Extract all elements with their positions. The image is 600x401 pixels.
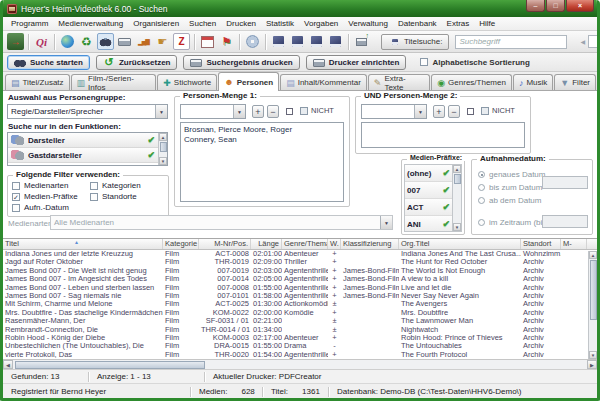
title-bar[interactable]: Heyer's Heim-Videothek 6.00 - Suchen –□× <box>3 0 597 17</box>
flag-icon[interactable]: ⚑ <box>218 33 235 50</box>
column-header[interactable]: Org.Titel <box>399 239 521 249</box>
table-row[interactable]: Indiana Jones und der letzte KreuzzugFil… <box>3 250 597 258</box>
column-header[interactable]: Klassifizierung <box>341 239 399 249</box>
funktion-item[interactable]: Darsteller✔ <box>8 133 158 148</box>
datum-field-1[interactable] <box>542 176 588 189</box>
z-document-icon[interactable]: Z <box>173 33 190 50</box>
chevron-down-icon[interactable]: ▼ <box>155 105 167 118</box>
radio-genaues-datum[interactable]: genaues Datum <box>478 170 545 179</box>
scroll-thumb[interactable] <box>15 361 205 369</box>
medienarten-select[interactable]: Alle Medienarten ▼ <box>50 215 393 230</box>
table-row[interactable]: vierte Protokoll, DasFilmTHR-002001:54:0… <box>3 351 597 359</box>
datum-field-2[interactable] <box>542 215 588 228</box>
column-header[interactable]: Standort <box>521 239 561 249</box>
scroll-down-icon[interactable]: ▼ <box>159 157 167 165</box>
disk-box-icon[interactable] <box>289 33 306 50</box>
hand-document-icon[interactable]: ☛ <box>154 33 171 50</box>
table-row[interactable]: Rembrandt-Connection, DieFilmTHR-0014 / … <box>3 326 597 334</box>
column-header[interactable]: M- <box>561 239 587 249</box>
table-row[interactable]: Robin Hood - König der DiebeFilmKOM-0003… <box>3 334 597 342</box>
filter-checkbox-medienarten[interactable]: Medienarten <box>12 180 90 191</box>
table-vscrollbar[interactable]: ▲ ▼ <box>588 251 597 359</box>
binoculars-icon[interactable] <box>97 33 114 50</box>
maximize-button[interactable]: □ <box>546 0 565 12</box>
praefix-item[interactable]: 007✔ <box>405 182 452 199</box>
tab-inhalt-kommentar[interactable]: ▤Inhalt/Kommentar <box>280 74 367 90</box>
menge2-nicht-checkbox[interactable]: NICHT <box>481 106 515 115</box>
titelsuche-button[interactable]: Titelsuche: <box>381 34 449 50</box>
printer-export-icon[interactable] <box>353 33 370 50</box>
nav-page-box[interactable] <box>588 35 600 48</box>
tab-filter[interactable]: ▼Filter <box>554 74 596 90</box>
table-row[interactable]: James Bond 007 - Im Angesicht des TodesF… <box>3 275 597 283</box>
table-row[interactable]: James Bond 007 - Die Welt ist nicht genu… <box>3 267 597 275</box>
table-row[interactable]: Unbestechlichen (The Untouchables), DieF… <box>3 342 597 350</box>
praefix-item[interactable]: ACT✔ <box>405 199 452 216</box>
column-header[interactable]: Genre/Thema <box>282 239 328 249</box>
chevron-down-icon[interactable]: ▼ <box>233 105 245 118</box>
personengruppe-select[interactable]: Regie/Darsteller/Sprecher ▼ <box>7 104 168 119</box>
table-hscrollbar[interactable]: ◀ ▶ <box>3 359 597 369</box>
menu-item-organisieren[interactable]: Organisieren <box>128 17 184 30</box>
menu-item-vorgaben[interactable]: Vorgaben <box>299 17 343 30</box>
menu-item-medienverwaltung[interactable]: Medienverwaltung <box>53 17 128 30</box>
menge1-nicht-checkbox[interactable]: NICHT <box>300 106 334 115</box>
table-row[interactable]: James Bond 007 - Sag niemals nieFilm007-… <box>3 292 597 300</box>
menu-item-hilfe[interactable]: Hilfe <box>474 17 500 30</box>
printer-icon[interactable] <box>116 33 133 50</box>
tab-extra-texte[interactable]: ✎Extra-Texte <box>368 74 430 90</box>
scroll-up-icon[interactable]: ▲ <box>589 251 597 259</box>
radio-ab-dem-datum[interactable]: ab dem Datum <box>478 196 541 205</box>
table-row[interactable]: Jagd auf Roter OktoberFilmTHR-001902:09:… <box>3 258 597 266</box>
column-header[interactable]: Titel <box>3 239 163 249</box>
chevron-down-icon[interactable]: ▼ <box>414 105 426 118</box>
menge2-names-textarea[interactable] <box>361 122 525 148</box>
column-header[interactable]: M-Nr/Pos. <box>199 239 251 249</box>
column-header[interactable]: W. <box>328 239 341 249</box>
menge2-remove-button[interactable]: − <box>448 105 460 118</box>
filter-checkbox-kategorien[interactable]: Kategorien <box>90 180 166 191</box>
scroll-up-icon[interactable]: ▲ <box>453 165 461 173</box>
table-row[interactable]: Mrs. Doubtfire - Das stachelige Kindermä… <box>3 309 597 317</box>
suchergebnis-drucken-button[interactable]: Suchergebnis drucken <box>183 55 299 70</box>
close-button[interactable]: × <box>566 0 594 12</box>
menu-item-suchen[interactable]: Suchen <box>184 17 221 30</box>
tab-personen[interactable]: ☻Personen <box>218 72 279 91</box>
praefix-item[interactable]: (ohne)✔ <box>405 165 452 182</box>
table-row[interactable]: James Bond 007 - Leben und sterben lasse… <box>3 284 597 292</box>
menge2-select[interactable]: ▼ <box>361 104 427 119</box>
filter-checkbox-aufn-datum[interactable]: Aufn.-Datum <box>12 202 90 213</box>
scroll-thumb[interactable] <box>454 174 461 184</box>
scroll-thumb[interactable] <box>160 142 167 152</box>
menu-item-extras[interactable]: Extras <box>442 17 475 30</box>
tab-film-serien-infos[interactable]: ▥Film-/Serien-Infos <box>71 74 157 90</box>
disk-icon[interactable] <box>270 33 287 50</box>
disk-save-icon[interactable] <box>327 33 344 50</box>
tab-musik[interactable]: ♪Musik <box>513 74 553 90</box>
bar-chart-icon[interactable]: ▂▅▇ <box>135 33 152 50</box>
minimize-button[interactable]: – <box>526 0 545 12</box>
scroll-down-icon[interactable]: ▼ <box>589 351 597 359</box>
menu-item-verwaltung[interactable]: Verwaltung <box>343 17 393 30</box>
funktionen-scrollbar[interactable]: ▲ ▼ <box>158 133 167 165</box>
qi-logo-icon[interactable]: Qi <box>33 33 50 50</box>
menge1-names-textarea[interactable]: Brosnan, Pierce Moore, Roger Connery, Se… <box>180 122 344 202</box>
praefix-item[interactable]: ANI✔ <box>405 216 452 231</box>
refresh-icon[interactable]: ♻ <box>78 33 95 50</box>
radio-bis-zum-datum[interactable]: bis zum Datum <box>478 183 542 192</box>
globe-icon[interactable] <box>59 33 76 50</box>
disk-edit-icon[interactable] <box>308 33 325 50</box>
menu-item-drucken[interactable]: Drucken <box>221 17 261 30</box>
scroll-left-icon[interactable]: ◀ <box>3 360 13 369</box>
exit-door-icon[interactable]: → <box>7 33 24 50</box>
filter-checkbox-medien-präfixe[interactable]: ✓Medien-Präfixe <box>12 191 90 202</box>
tab-stichworte[interactable]: ✚Stichworte <box>157 74 217 90</box>
column-header[interactable]: Kategorie <box>163 239 199 249</box>
cd-icon[interactable] <box>244 33 261 50</box>
suche-starten-button[interactable]: Suche starten <box>7 55 90 70</box>
menu-item-datenbank[interactable]: Datenbank <box>393 17 442 30</box>
table-row[interactable]: Rasenmäher-Mann, DerFilmSF-0031 / 0102:2… <box>3 317 597 325</box>
praefixe-scrollbar[interactable]: ▲ ▼ <box>452 165 461 231</box>
funktion-item[interactable]: Gastdarsteller✔ <box>8 148 158 163</box>
menge1-add-button[interactable]: + <box>252 105 264 118</box>
